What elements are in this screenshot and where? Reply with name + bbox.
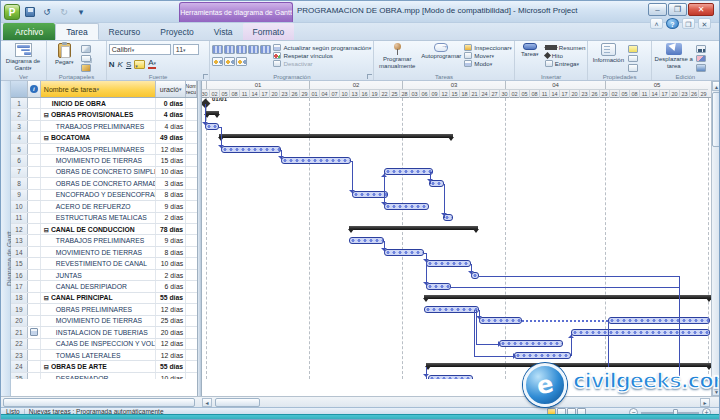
table-row[interactable]: 11ESTRUCTURAS METALICAS2 días	[11, 213, 197, 224]
respect-links-button[interactable]: Respetar vínculos	[273, 52, 371, 59]
highlight-color-icon[interactable]	[134, 60, 145, 69]
select-all-corner[interactable]	[11, 81, 28, 97]
clear-icon[interactable]	[696, 55, 706, 63]
collapse-icon[interactable]: ⊟	[44, 363, 49, 370]
task-bar[interactable]	[426, 283, 451, 290]
table-row[interactable]: 18⊟CANAL PRINCIPAL55 días	[11, 293, 197, 304]
table-hscroll-thumb[interactable]	[3, 398, 195, 407]
task-name-cell[interactable]: OBRAS DE CONCRETO SIMPLE	[41, 167, 156, 177]
duration-cell[interactable]: 9 días	[156, 201, 186, 211]
update-as-scheduled-button[interactable]: Actualizar según programación	[273, 44, 371, 51]
resources-cell[interactable]	[186, 361, 197, 371]
tab-archivo[interactable]: Archivo	[3, 23, 55, 40]
duration-cell[interactable]: 49 días	[156, 132, 186, 142]
duration-cell[interactable]: 55 días	[156, 293, 186, 303]
table-row[interactable]: 21INSTALACION DE TUBERIAS20 días	[11, 327, 197, 338]
undo-icon[interactable]: ↺	[40, 5, 54, 19]
format-painter-icon[interactable]	[81, 64, 91, 72]
task-name-cell[interactable]: REVESTIMIENTO DE CANAL	[41, 258, 156, 268]
task-name-column-header[interactable]: Nombre de tarea	[41, 81, 156, 97]
duration-cell[interactable]: 8 días	[156, 247, 186, 257]
ribbon-collapse-icon[interactable]: ˄	[650, 18, 663, 29]
scroll-to-task-button[interactable]: Desplazarse a tarea	[654, 42, 694, 72]
table-row[interactable]: 20MOVIMIENTO DE TIERRAS25 días	[11, 316, 197, 327]
fill-icon[interactable]	[696, 64, 706, 72]
add-to-timeline-icon[interactable]	[628, 64, 638, 72]
table-row[interactable]: 1INICIO DE OBRA0 días	[11, 98, 197, 109]
paste-button[interactable]: Pegar	[49, 42, 79, 72]
duration-cell[interactable]: 4 días	[156, 121, 186, 131]
minimize-button[interactable]: –	[648, 3, 667, 16]
task-name-cell[interactable]: TRABAJOS PRELIMINARES	[41, 121, 156, 131]
row-number[interactable]: 20	[11, 316, 28, 326]
row-number[interactable]: 17	[11, 281, 28, 291]
row-number[interactable]: 7	[11, 167, 28, 177]
table-row[interactable]: 8OBRAS DE CONCRETO ARMADO3 días	[11, 178, 197, 189]
vertical-scrollbar[interactable]: ▲ ▼	[711, 81, 720, 396]
task-bar[interactable]	[479, 317, 522, 324]
indicators-column-header[interactable]: i	[28, 81, 41, 97]
table-row[interactable]: 13TRABAJOS PRELIMINARES9 días	[11, 235, 197, 246]
save-icon[interactable]	[23, 5, 37, 19]
cut-icon[interactable]	[81, 45, 91, 53]
duration-cell[interactable]: 2 días	[156, 270, 186, 280]
duration-cell[interactable]: 10 días	[156, 373, 186, 379]
table-row[interactable]: 24⊟OBRAS DE ARTE55 días	[11, 361, 197, 372]
resources-cell[interactable]	[186, 350, 197, 360]
row-number[interactable]: 2	[11, 109, 28, 119]
task-name-cell[interactable]: ⊟CANAL DE CONDUCCION	[41, 224, 156, 234]
resources-cell[interactable]	[186, 235, 197, 245]
italic-button[interactable]: K	[118, 60, 123, 69]
duration-cell[interactable]: 12 días	[156, 304, 186, 314]
duration-cell[interactable]: 10 días	[156, 258, 186, 268]
insert-task-button[interactable]: Tarea	[517, 42, 543, 72]
summary-bar[interactable]	[219, 134, 453, 138]
duration-column-header[interactable]: uració	[156, 81, 186, 97]
summary-bar[interactable]	[205, 111, 219, 115]
task-name-cell[interactable]: ⊟BOCATOMA	[41, 132, 156, 142]
table-row[interactable]: 23TOMAS LATERALES12 días	[11, 350, 197, 361]
collapse-icon[interactable]: ⊟	[44, 134, 49, 141]
font-color-icon[interactable]: A	[148, 59, 156, 69]
resources-cell[interactable]	[186, 144, 197, 154]
duration-cell[interactable]: 10 días	[156, 167, 186, 177]
resources-cell[interactable]	[186, 316, 197, 326]
duration-cell[interactable]: 3 días	[156, 178, 186, 188]
task-bar[interactable]	[221, 146, 281, 153]
task-bar[interactable]	[428, 375, 473, 379]
row-number[interactable]: 1	[11, 98, 28, 108]
maximize-button[interactable]: ❐	[668, 3, 687, 16]
insert-summary-button[interactable]: Resumen	[545, 44, 585, 51]
task-bar[interactable]	[384, 203, 429, 210]
duration-cell[interactable]: 8 días	[156, 190, 186, 200]
duration-cell[interactable]: 25 días	[156, 316, 186, 326]
table-row[interactable]: 14MOVIMIENTO DE TIERRAS8 días	[11, 247, 197, 258]
resources-cell[interactable]	[186, 270, 197, 280]
task-bar[interactable]	[499, 340, 563, 347]
tab-vista[interactable]: Vista	[204, 23, 243, 40]
scroll-up-icon[interactable]: ▲	[712, 81, 720, 91]
resources-cell[interactable]	[186, 213, 197, 223]
table-row[interactable]: 12⊟CANAL DE CONDUCCION78 días	[11, 224, 197, 235]
duration-cell[interactable]: 12 días	[156, 339, 186, 349]
row-number[interactable]: 21	[11, 327, 28, 337]
resources-cell[interactable]	[186, 178, 197, 188]
row-number[interactable]: 18	[11, 293, 28, 303]
tab-recurso[interactable]: Recurso	[99, 23, 151, 40]
resources-cell[interactable]	[186, 167, 197, 177]
chart-hscroll-thumb[interactable]	[215, 398, 260, 407]
unlink-tasks-icon[interactable]	[224, 57, 235, 66]
collapse-icon[interactable]: ⊟	[44, 111, 49, 118]
task-bar[interactable]	[608, 317, 710, 324]
duration-cell[interactable]: 12 días	[156, 350, 186, 360]
tab-proyecto[interactable]: Proyecto	[150, 23, 204, 40]
task-name-cell[interactable]: MOVIMIENTO DE TIERRAS	[41, 316, 156, 326]
task-name-cell[interactable]: MOVIMIENTO DE TIERRAS	[41, 155, 156, 165]
table-row[interactable]: 6MOVIMIENTO DE TIERRAS15 días	[11, 155, 197, 166]
gantt-view-button[interactable]: Diagrama de Gantt	[3, 42, 43, 72]
summary-bar[interactable]	[349, 226, 478, 230]
row-number[interactable]: 11	[11, 213, 28, 223]
row-number[interactable]: 9	[11, 190, 28, 200]
task-name-cell[interactable]: OBRAS PRELIMINARES	[41, 304, 156, 314]
task-name-cell[interactable]: ENCOFRADO Y DESENCOFRADO	[41, 190, 156, 200]
